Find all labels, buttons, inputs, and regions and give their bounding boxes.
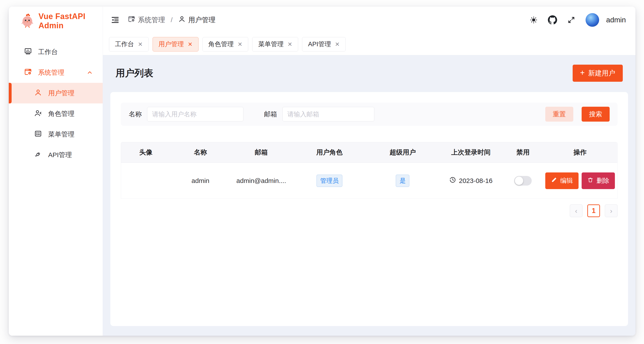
breadcrumb-separator: / xyxy=(170,16,174,24)
create-user-label: 新建用户 xyxy=(588,69,615,78)
sidebar-item-label: 工作台 xyxy=(38,48,58,57)
email-filter-label: 邮箱 xyxy=(264,110,277,119)
top-header: 系统管理 / 用户管理 xyxy=(103,7,636,33)
tab-label: 用户管理 xyxy=(158,40,184,49)
tab-role-management[interactable]: 角色管理 ✕ xyxy=(202,37,248,52)
delete-label: 删除 xyxy=(596,176,609,185)
sidebar-item-api-management[interactable]: API管理 xyxy=(9,145,103,165)
table-header-row: 头像 名称 邮箱 用户角色 超级用户 上次登录时间 禁用 操作 xyxy=(121,142,617,163)
create-user-button[interactable]: + 新建用户 xyxy=(573,65,623,82)
user-icon xyxy=(178,15,186,25)
toggle-knob xyxy=(515,177,523,185)
last-login-date: 2023-08-16 xyxy=(459,177,492,184)
app-window: Vue FastAPI Admin 工作台 xyxy=(9,7,636,336)
name-cell: admin xyxy=(171,177,230,184)
tab-label: 菜单管理 xyxy=(258,40,284,49)
superuser-tag: 是 xyxy=(396,175,409,187)
pagination-page-1[interactable]: 1 xyxy=(587,204,600,217)
disable-toggle[interactable] xyxy=(514,176,532,186)
close-icon[interactable]: ✕ xyxy=(238,42,242,47)
breadcrumb-item-users[interactable]: 用户管理 xyxy=(178,15,216,25)
user-role-icon xyxy=(34,109,42,119)
sidebar-menu: 工作台 系统管理 xyxy=(9,36,103,165)
sidebar-item-system-management[interactable]: 系统管理 xyxy=(9,62,103,83)
page-background: Vue FastAPI Admin 工作台 xyxy=(0,0,644,344)
edit-button[interactable]: 编辑 xyxy=(545,172,578,189)
chevron-right-icon: › xyxy=(610,207,612,215)
app-title: Vue FastAPI Admin xyxy=(38,12,103,30)
tab-label: 工作台 xyxy=(115,40,134,49)
collapse-sidebar-icon[interactable] xyxy=(111,16,120,24)
email-filter-input[interactable] xyxy=(282,107,374,121)
close-icon[interactable]: ✕ xyxy=(188,42,193,47)
page-content: 用户列表 + 新建用户 名称 邮箱 重置 搜索 xyxy=(103,55,636,336)
github-icon[interactable] xyxy=(548,15,557,25)
breadcrumb-label: 用户管理 xyxy=(188,15,216,25)
column-header-role: 用户角色 xyxy=(292,148,367,157)
close-icon[interactable]: ✕ xyxy=(138,42,143,47)
main-area: 系统管理 / 用户管理 xyxy=(103,7,636,336)
close-icon[interactable]: ✕ xyxy=(335,42,340,47)
pencil-icon xyxy=(551,177,557,184)
menu-list-icon xyxy=(34,130,42,139)
search-button[interactable]: 搜索 xyxy=(582,107,610,122)
trash-icon xyxy=(587,177,594,184)
window-gear-icon xyxy=(24,68,32,77)
delete-button[interactable]: 删除 xyxy=(582,172,615,189)
breadcrumb-item-system[interactable]: 系统管理 xyxy=(128,15,165,25)
sidebar-item-user-management[interactable]: 用户管理 xyxy=(9,83,103,103)
theme-sun-icon[interactable] xyxy=(530,16,538,24)
page-title: 用户列表 xyxy=(116,67,153,80)
sidebar-item-workbench[interactable]: 工作台 xyxy=(9,42,103,62)
column-header-actions: 操作 xyxy=(543,148,617,157)
disabled-cell xyxy=(503,176,543,186)
user-icon xyxy=(34,89,42,98)
fullscreen-icon[interactable] xyxy=(567,16,576,24)
sidebar: Vue FastAPI Admin 工作台 xyxy=(9,7,103,336)
user-list-card: 名称 邮箱 重置 搜索 头像 名称 邮箱 用 xyxy=(110,92,628,326)
reset-button[interactable]: 重置 xyxy=(545,107,573,122)
close-icon[interactable]: ✕ xyxy=(288,42,292,47)
column-header-superuser: 超级用户 xyxy=(367,148,439,157)
column-header-email: 邮箱 xyxy=(230,148,292,157)
sidebar-item-label: 角色管理 xyxy=(48,109,74,118)
actions-cell: 编辑 删除 xyxy=(543,172,617,189)
api-plug-icon xyxy=(34,150,42,160)
role-cell: 管理员 xyxy=(292,175,367,187)
plus-icon: + xyxy=(580,68,585,77)
table-row: admin admin@admin.... 管理员 是 xyxy=(121,163,617,199)
user-avatar[interactable] xyxy=(586,13,599,27)
name-filter-label: 名称 xyxy=(129,110,142,119)
pagination-next-button[interactable]: › xyxy=(605,204,618,217)
tab-label: API管理 xyxy=(308,40,331,49)
column-header-avatar: 头像 xyxy=(121,148,171,157)
header-actions: admin xyxy=(530,13,626,27)
sidebar-item-role-management[interactable]: 角色管理 xyxy=(9,103,103,124)
column-header-name: 名称 xyxy=(171,148,230,157)
column-header-last-login: 上次登录时间 xyxy=(439,148,503,157)
sidebar-item-label: 用户管理 xyxy=(48,89,74,98)
page-number: 1 xyxy=(592,207,596,215)
column-header-disabled: 禁用 xyxy=(503,148,543,157)
tab-menu-management[interactable]: 菜单管理 ✕ xyxy=(252,37,298,52)
pagination-prev-button[interactable]: ‹ xyxy=(570,204,582,217)
app-logo[interactable]: Vue FastAPI Admin xyxy=(9,7,103,36)
tab-workbench[interactable]: 工作台 ✕ xyxy=(109,37,149,52)
header-username[interactable]: admin xyxy=(606,16,626,24)
last-login-cell: 2023-08-16 xyxy=(439,176,503,185)
chevron-up-icon xyxy=(86,69,93,76)
active-indicator-bar xyxy=(9,83,12,103)
name-filter-input[interactable] xyxy=(147,107,244,121)
sidebar-item-menu-management[interactable]: 菜单管理 xyxy=(9,124,103,145)
superuser-cell: 是 xyxy=(367,175,439,187)
users-table: 头像 名称 邮箱 用户角色 超级用户 上次登录时间 禁用 操作 admin xyxy=(121,142,618,199)
history-clock-icon xyxy=(449,176,456,185)
window-gear-icon xyxy=(128,15,135,25)
tab-api-management[interactable]: API管理 ✕ xyxy=(302,37,346,52)
role-tag: 管理员 xyxy=(316,175,342,187)
tab-user-management[interactable]: 用户管理 ✕ xyxy=(152,37,198,52)
tab-label: 角色管理 xyxy=(208,40,234,49)
tab-bar: 工作台 ✕ 用户管理 ✕ 角色管理 ✕ 菜单管理 ✕ API管理 ✕ xyxy=(103,33,636,55)
edit-label: 编辑 xyxy=(560,176,573,185)
breadcrumb: 系统管理 / 用户管理 xyxy=(128,15,216,25)
